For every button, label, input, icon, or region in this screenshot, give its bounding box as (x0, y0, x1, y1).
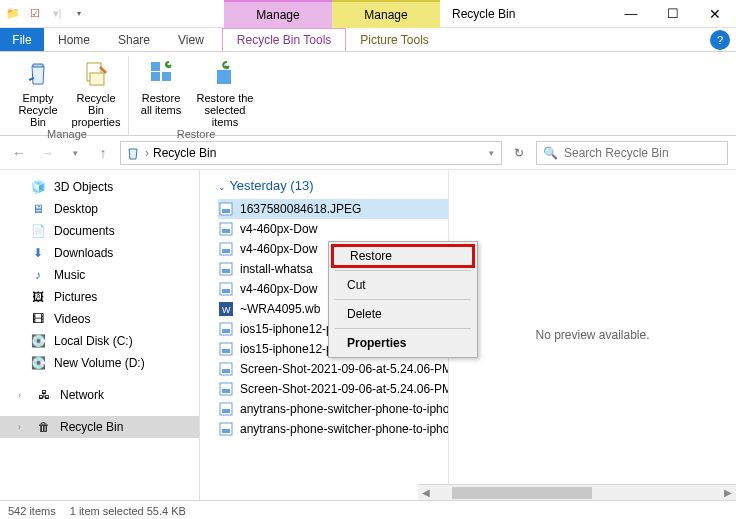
nav-forward-button[interactable]: → (36, 142, 58, 164)
sidebar-item-desktop[interactable]: 🖥Desktop (0, 198, 199, 220)
sidebar-item-music[interactable]: ♪Music (0, 264, 199, 286)
contextual-tab-picture[interactable]: Manage (332, 0, 440, 28)
qat-customize[interactable]: ▾ (70, 5, 88, 23)
breadcrumb[interactable]: › Recycle Bin (120, 141, 502, 165)
file-name: Screen-Shot-2021-09-06-at-5.24.06-PM-10 (240, 382, 448, 396)
scroll-right-icon[interactable]: ▶ (720, 487, 736, 498)
expand-icon[interactable]: › (18, 422, 28, 432)
quick-access-toolbar: 📁 ☑ ▾| ▾ (0, 5, 92, 23)
recycle-bin-icon: 🗑 (36, 419, 52, 435)
sidebar-item-recycle-bin[interactable]: ›🗑Recycle Bin (0, 416, 199, 438)
nav-back-button[interactable]: ← (8, 142, 30, 164)
empty-recycle-bin-button[interactable]: Empty Recycle Bin (12, 56, 64, 128)
svg-rect-25 (222, 389, 230, 393)
recycle-bin-properties-button[interactable]: Recycle Bin properties (70, 56, 122, 128)
image-file-icon (218, 221, 234, 237)
svg-rect-21 (222, 349, 230, 353)
context-menu-separator (335, 328, 471, 329)
videos-icon: 🎞 (30, 311, 46, 327)
sidebar-item-pictures[interactable]: 🖼Pictures (0, 286, 199, 308)
sidebar-separator (0, 374, 199, 384)
file-row[interactable]: Screen-Shot-2021-09-06-at-5.24.06-PM-10 (218, 379, 448, 399)
svg-rect-4 (151, 62, 160, 71)
preview-pane: No preview available. (448, 170, 736, 500)
horizontal-scrollbar[interactable]: ◀ ▶ (418, 484, 736, 500)
tab-file[interactable]: File (0, 28, 44, 51)
contextual-tab-recyclebin[interactable]: Manage (224, 0, 332, 28)
nav-dropdown[interactable]: ▾ (480, 142, 502, 164)
window-title: Recycle Bin (452, 7, 515, 21)
context-menu-delete[interactable]: Delete (331, 302, 475, 326)
breadcrumb-location[interactable]: Recycle Bin (153, 146, 216, 160)
minimize-button[interactable]: — (610, 0, 652, 28)
qat-icon-folder[interactable]: 📁 (4, 5, 22, 23)
trash-icon (22, 58, 54, 90)
tab-share[interactable]: Share (104, 28, 164, 51)
context-menu-separator (335, 270, 471, 271)
svg-rect-13 (222, 269, 230, 273)
navigation-pane[interactable]: 🧊3D Objects 🖥Desktop 📄Documents ⬇Downloa… (0, 170, 200, 500)
ribbon-group-manage-label: Manage (47, 128, 87, 140)
svg-rect-1 (90, 73, 104, 85)
image-file-icon (218, 381, 234, 397)
pictures-icon: 🖼 (30, 289, 46, 305)
status-bar: 542 items 1 item selected 55.4 KB (0, 500, 736, 519)
sidebar-item-downloads[interactable]: ⬇Downloads (0, 242, 199, 264)
sidebar-item-documents[interactable]: 📄Documents (0, 220, 199, 242)
scroll-left-icon[interactable]: ◀ (418, 487, 434, 498)
file-row[interactable]: anytrans-phone-switcher-phone-to-iphon (218, 399, 448, 419)
restore-all-button[interactable]: Restore all items (135, 56, 187, 128)
refresh-button[interactable]: ↻ (508, 146, 530, 160)
search-icon: 🔍 (543, 146, 558, 160)
image-file-icon (218, 361, 234, 377)
image-file-icon (218, 201, 234, 217)
nav-recent-button[interactable]: ▾ (64, 142, 86, 164)
search-input[interactable] (564, 146, 721, 160)
sidebar-item-new-volume-d[interactable]: 💽New Volume (D:) (0, 352, 199, 374)
maximize-button[interactable]: ☐ (652, 0, 694, 28)
sidebar-item-3d-objects[interactable]: 🧊3D Objects (0, 176, 199, 198)
file-name: v4-460px-Dow (240, 222, 317, 236)
tab-view[interactable]: View (164, 28, 218, 51)
ribbon: Empty Recycle Bin Recycle Bin properties… (0, 52, 736, 136)
restore-all-icon (145, 58, 177, 90)
sidebar-item-network[interactable]: ›🖧Network (0, 384, 199, 406)
ribbon-tabstrip: File Home Share View Recycle Bin Tools P… (0, 28, 736, 52)
context-menu-cut[interactable]: Cut (331, 273, 475, 297)
sidebar-item-label: New Volume (D:) (54, 356, 145, 370)
file-row[interactable]: 1637580084618.JPEG (218, 199, 448, 219)
image-file-icon (218, 241, 234, 257)
contextual-tab-headers: Manage Manage (224, 0, 440, 28)
restore-selected-button[interactable]: Restore the selected items (193, 56, 257, 128)
close-button[interactable]: ✕ (694, 0, 736, 28)
svg-rect-7 (222, 209, 230, 213)
search-box[interactable]: 🔍 (536, 141, 728, 165)
svg-rect-2 (151, 72, 160, 81)
tab-home[interactable]: Home (44, 28, 104, 51)
file-name: install-whatsa (240, 262, 313, 276)
expand-icon[interactable]: › (18, 390, 28, 400)
file-row[interactable]: Screen-Shot-2021-09-06-at-5.24.06-PM-10 (218, 359, 448, 379)
tab-picture-tools[interactable]: Picture Tools (346, 28, 442, 51)
ribbon-group-restore: Restore all items Restore the selected i… (129, 56, 263, 135)
context-menu-properties[interactable]: Properties (331, 331, 475, 355)
sidebar-item-videos[interactable]: 🎞Videos (0, 308, 199, 330)
sidebar-item-local-disk-c[interactable]: 💽Local Disk (C:) (0, 330, 199, 352)
nav-up-button[interactable]: ↑ (92, 142, 114, 164)
preview-empty-text: No preview available. (535, 328, 649, 342)
sidebar-separator (0, 406, 199, 416)
music-icon: ♪ (30, 267, 46, 283)
qat-icon-check[interactable]: ☑ (26, 5, 44, 23)
scroll-thumb[interactable] (452, 487, 592, 499)
image-file-icon (218, 341, 234, 357)
group-header-yesterday[interactable]: ⌄ Yesterday (13) (218, 178, 448, 193)
word-doc-icon: W (218, 301, 234, 317)
file-row[interactable]: v4-460px-Dow (218, 219, 448, 239)
svg-rect-5 (217, 70, 231, 84)
tab-recyclebin-tools[interactable]: Recycle Bin Tools (222, 28, 347, 51)
context-menu-restore[interactable]: Restore (331, 244, 475, 268)
restore-selected-label: Restore the selected items (193, 92, 257, 128)
help-icon[interactable]: ? (710, 30, 730, 50)
sidebar-item-label: Documents (54, 224, 115, 238)
file-row[interactable]: anytrans-phone-switcher-phone-to-iphon (218, 419, 448, 439)
